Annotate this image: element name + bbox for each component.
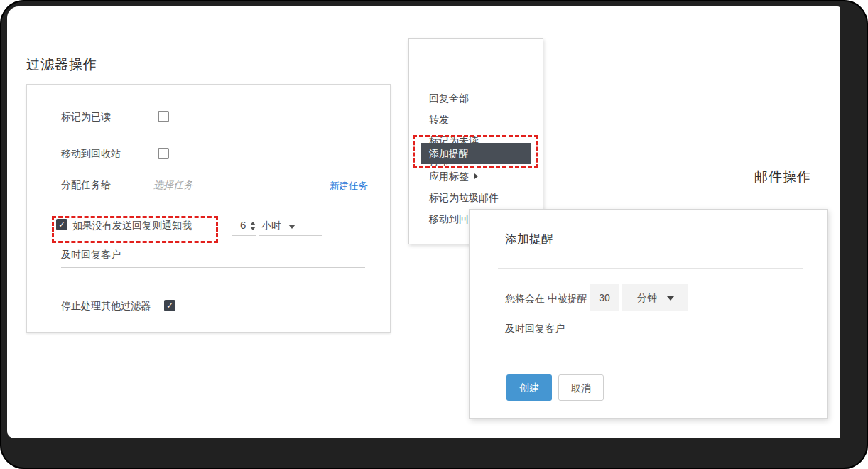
filter-actions-panel: 标记为已读 移动到回收站 分配任务给 选择任务 新建任务 如果没有发送回复则通知… (26, 84, 391, 333)
caret-down-icon (667, 296, 674, 301)
number-stepper-icon[interactable] (250, 222, 256, 230)
mark-read-label: 标记为已读 (61, 111, 111, 124)
notify-hours-value[interactable]: 6 (240, 219, 246, 231)
notify-label: 如果没有发送回复则通知我 (72, 220, 192, 232)
menu-item-add-reminder[interactable]: 添加提醒 (421, 143, 531, 164)
caret-down-icon[interactable] (288, 225, 295, 229)
new-task-underline (325, 198, 368, 198)
assign-task-input-underline (153, 198, 301, 198)
mail-section-title: 邮件操作 (754, 168, 811, 186)
screenshot-root: 过滤器操作 邮件操作 标记为已读 移动到回收站 分配任务给 选择任务 新建任务 … (0, 0, 868, 469)
menu-item-reply-all[interactable]: 回复全部 (429, 87, 469, 109)
mark-read-checkbox[interactable] (158, 111, 169, 122)
menu-item-mark-spam[interactable]: 标记为垃圾邮件 (429, 187, 499, 208)
reminder-unit-select[interactable]: 分钟 (622, 284, 688, 311)
new-task-link[interactable]: 新建任务 (330, 180, 368, 193)
cancel-button[interactable]: 取消 (558, 374, 604, 401)
menu-item-apply-label[interactable]: 应用标签 (429, 166, 469, 187)
stop-filters-label: 停止处理其他过滤器 (61, 300, 151, 313)
create-button[interactable]: 创建 (506, 374, 552, 401)
add-reminder-dialog: 添加提醒 您将会在 中被提醒 30 分钟 及时回复客户 创建 取消 (469, 209, 828, 419)
page-canvas: 过滤器操作 邮件操作 标记为已读 移动到回收站 分配任务给 选择任务 新建任务 … (7, 6, 840, 438)
reply-note-input[interactable]: 及时回复客户 (61, 249, 121, 262)
assign-task-label: 分配任务给 (61, 179, 111, 192)
notify-unit-select[interactable]: 小时 (261, 220, 281, 232)
menu-item-forward[interactable]: 转发 (429, 109, 449, 130)
reminder-note-input[interactable]: 及时回复客户 (505, 323, 565, 335)
move-trash-checkbox[interactable] (158, 148, 169, 159)
notify-hours-underline (232, 235, 256, 236)
submenu-arrow-icon (474, 173, 478, 179)
reply-note-underline (61, 267, 365, 268)
reminder-body-text: 您将会在 中被提醒 (505, 293, 587, 306)
stop-filters-checkbox[interactable] (164, 300, 175, 311)
reminder-time-input[interactable]: 30 (590, 284, 619, 311)
filter-section-title: 过滤器操作 (26, 55, 97, 74)
dialog-title: 添加提醒 (505, 231, 553, 247)
notify-checkbox[interactable] (56, 219, 67, 230)
move-trash-label: 移动到回收站 (61, 148, 121, 161)
reminder-note-underline (504, 343, 798, 343)
notify-unit-underline (259, 235, 322, 236)
assign-task-input[interactable]: 选择任务 (153, 179, 193, 192)
dialog-divider (498, 268, 803, 269)
